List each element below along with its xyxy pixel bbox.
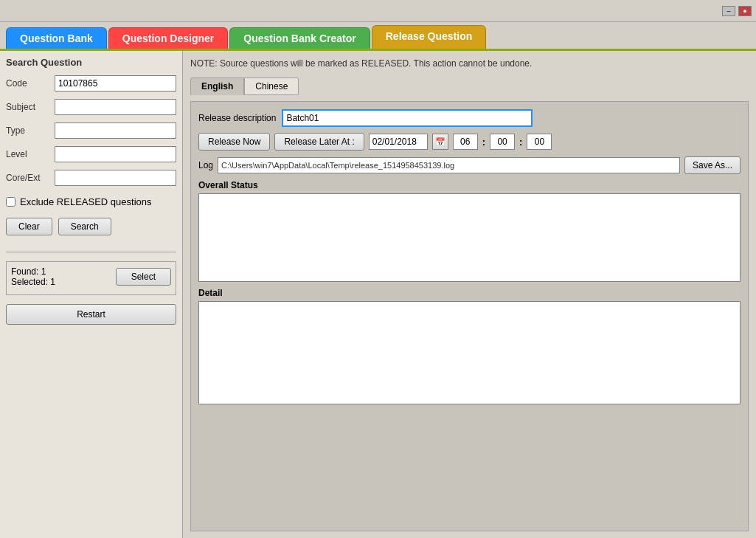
subject-label: Subject — [6, 102, 50, 112]
clear-button[interactable]: Clear — [6, 218, 52, 235]
detail-section: Detail — [198, 288, 741, 404]
exclude-checkbox[interactable] — [6, 197, 15, 207]
right-panel: NOTE: Source questions will be marked as… — [183, 51, 756, 538]
found-column: Found: 1 Selected: 1 — [11, 266, 55, 287]
tab-chinese[interactable]: Chinese — [244, 77, 299, 95]
level-input[interactable] — [55, 146, 176, 162]
tab-question-designer[interactable]: Question Designer — [108, 27, 228, 49]
release-later-button[interactable]: Release Later At : — [274, 133, 364, 151]
subject-input[interactable] — [55, 99, 176, 115]
minimize-button[interactable]: – — [722, 6, 735, 16]
type-row: Type — [6, 123, 176, 139]
code-row: Code — [6, 75, 176, 92]
found-section: Found: 1 Selected: 1 Select — [6, 261, 176, 295]
search-buttons: Clear Search — [6, 218, 176, 235]
overall-status-label: Overall Status — [198, 180, 741, 190]
overall-status-section: Overall Status — [198, 180, 741, 282]
calendar-button[interactable]: 📅 — [432, 134, 448, 150]
minute1-input[interactable] — [490, 134, 515, 150]
detail-label: Detail — [198, 288, 741, 298]
subject-row: Subject — [6, 99, 176, 115]
hour-input[interactable] — [453, 134, 478, 150]
release-desc-row: Release description — [198, 109, 741, 127]
release-desc-label: Release description — [198, 113, 276, 123]
search-button[interactable]: Search — [58, 218, 111, 235]
time-sep-2: : — [519, 137, 522, 148]
title-bar-controls: – ● — [722, 6, 752, 16]
detail-box — [198, 301, 741, 404]
title-bar: – ● — [0, 0, 756, 22]
type-label: Type — [6, 125, 50, 136]
restart-button[interactable]: Restart — [6, 304, 176, 325]
exclude-row: Exclude RELEASED questions — [6, 196, 176, 207]
log-input[interactable] — [218, 157, 680, 173]
tab-english[interactable]: English — [190, 77, 244, 95]
release-desc-input[interactable] — [282, 109, 533, 127]
core-ext-label: Core/Ext — [6, 173, 50, 183]
overall-status-box — [198, 193, 741, 282]
tab-question-bank[interactable]: Question Bank — [6, 27, 107, 49]
tab-release-question[interactable]: Release Question — [372, 25, 487, 49]
content-area: Release description Release Now Release … — [190, 101, 749, 531]
tab-question-bank-creator[interactable]: Question Bank Creator — [229, 27, 370, 49]
core-ext-row: Core/Ext — [6, 170, 176, 186]
time-sep-1: : — [482, 137, 485, 148]
lang-tabs: English Chinese — [190, 77, 749, 95]
tab-bar: Question Bank Question Designer Question… — [0, 22, 756, 51]
close-button[interactable]: ● — [738, 6, 752, 16]
main-layout: Search Question Code Subject Type Level … — [0, 51, 756, 538]
found-label: Found: 1 — [11, 266, 55, 277]
core-ext-input[interactable] — [55, 170, 176, 186]
code-label: Code — [6, 78, 50, 89]
minute2-input[interactable] — [527, 134, 552, 150]
notice-text: NOTE: Source questions will be marked as… — [190, 58, 749, 69]
select-button[interactable]: Select — [116, 268, 171, 286]
date-input[interactable] — [369, 134, 428, 150]
type-input[interactable] — [55, 123, 176, 139]
level-row: Level — [6, 146, 176, 162]
release-now-button[interactable]: Release Now — [198, 133, 270, 151]
left-panel: Search Question Code Subject Type Level … — [0, 51, 183, 538]
exclude-label: Exclude RELEASED questions — [20, 196, 151, 207]
log-row: Log Save As... — [198, 156, 741, 174]
log-label: Log — [198, 160, 213, 170]
divider — [6, 252, 176, 252]
save-as-button[interactable]: Save As... — [684, 156, 741, 174]
code-input[interactable] — [55, 75, 176, 92]
selected-label: Selected: 1 — [11, 277, 55, 287]
found-row: Found: 1 Selected: 1 Select — [11, 266, 171, 287]
search-question-title: Search Question — [6, 57, 176, 68]
release-controls-row: Release Now Release Later At : 📅 : : — [198, 133, 741, 151]
level-label: Level — [6, 149, 50, 159]
